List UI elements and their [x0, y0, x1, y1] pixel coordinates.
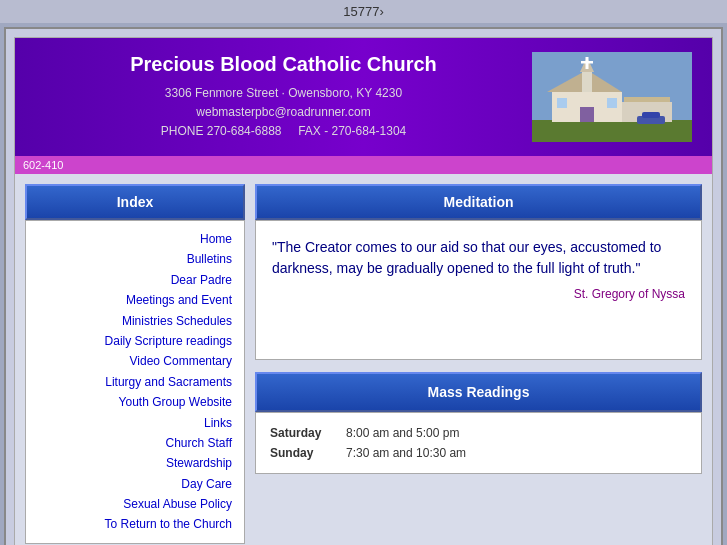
main-content: Index Home Bulletins Dear Padre Meetings… [15, 174, 712, 545]
nav-bulletins[interactable]: Bulletins [30, 249, 240, 269]
inner-container: Precious Blood Catholic Church 3306 Fenm… [14, 37, 713, 545]
mass-day-saturday: Saturday [270, 426, 330, 440]
mass-row-sunday: Sunday 7:30 am and 10:30 am [270, 443, 687, 463]
svg-rect-12 [624, 97, 670, 102]
nav-list: Home Bulletins Dear Padre Meetings and E… [25, 220, 245, 544]
status-bar: 602-410 [15, 156, 712, 174]
church-fax: FAX - 270-684-1304 [298, 124, 406, 138]
counter-value: 15777› [343, 4, 383, 19]
nav-links[interactable]: Links [30, 413, 240, 433]
church-email: webmasterpbc@roadrunner.com [35, 103, 532, 122]
nav-daycare[interactable]: Day Care [30, 474, 240, 494]
meditation-box: Meditation "The Creator comes to our aid… [255, 184, 702, 360]
svg-rect-8 [580, 107, 594, 122]
svg-rect-1 [532, 120, 692, 142]
nav-abuse-policy[interactable]: Sexual Abuse Policy [30, 494, 240, 514]
svg-rect-10 [607, 98, 617, 108]
church-phone-fax: PHONE 270-684-6888 FAX - 270-684-1304 [35, 122, 532, 141]
outer-border: Precious Blood Catholic Church 3306 Fenm… [4, 27, 723, 545]
nav-daily-scripture[interactable]: Daily Scripture readings [30, 331, 240, 351]
nav-ministries[interactable]: Ministries Schedules [30, 311, 240, 331]
mass-time-sunday: 7:30 am and 10:30 am [346, 446, 466, 460]
nav-youth[interactable]: Youth Group Website [30, 392, 240, 412]
nav-video[interactable]: Video Commentary [30, 351, 240, 371]
church-phone: PHONE 270-684-6888 [161, 124, 282, 138]
mass-row-saturday: Saturday 8:00 am and 5:00 pm [270, 423, 687, 443]
page-counter: 15777› [0, 0, 727, 23]
nav-dear-padre[interactable]: Dear Padre [30, 270, 240, 290]
status-code: 602-410 [23, 159, 63, 171]
church-image [532, 52, 692, 142]
left-column: Index Home Bulletins Dear Padre Meetings… [25, 184, 245, 545]
mass-readings-content: Saturday 8:00 am and 5:00 pm Sunday 7:30… [255, 412, 702, 474]
right-column: Meditation "The Creator comes to our aid… [255, 184, 702, 545]
church-svg [532, 52, 692, 142]
meditation-header: Meditation [255, 184, 702, 220]
mass-time-saturday: 8:00 am and 5:00 pm [346, 426, 459, 440]
meditation-quote: "The Creator comes to our aid so that ou… [272, 237, 685, 279]
nav-meetings[interactable]: Meetings and Event [30, 290, 240, 310]
nav-home[interactable]: Home [30, 229, 240, 249]
church-address: 3306 Fenmore Street · Owensboro, KY 4230 [35, 84, 532, 103]
meditation-content: "The Creator comes to our aid so that ou… [255, 220, 702, 360]
church-title: Precious Blood Catholic Church [35, 53, 532, 76]
index-header: Index [25, 184, 245, 220]
svg-rect-14 [642, 112, 660, 118]
nav-staff[interactable]: Church Staff [30, 433, 240, 453]
svg-rect-7 [581, 61, 593, 64]
header: Precious Blood Catholic Church 3306 Fenm… [15, 38, 712, 156]
meditation-attribution: St. Gregory of Nyssa [272, 287, 685, 301]
svg-rect-4 [582, 72, 592, 92]
mass-readings-box: Mass Readings Saturday 8:00 am and 5:00 … [255, 372, 702, 474]
header-text: Precious Blood Catholic Church 3306 Fenm… [35, 53, 532, 142]
mass-readings-header[interactable]: Mass Readings [255, 372, 702, 412]
nav-return[interactable]: To Return to the Church [30, 514, 240, 534]
nav-stewardship[interactable]: Stewardship [30, 453, 240, 473]
mass-day-sunday: Sunday [270, 446, 330, 460]
svg-rect-9 [557, 98, 567, 108]
nav-liturgy[interactable]: Liturgy and Sacraments [30, 372, 240, 392]
